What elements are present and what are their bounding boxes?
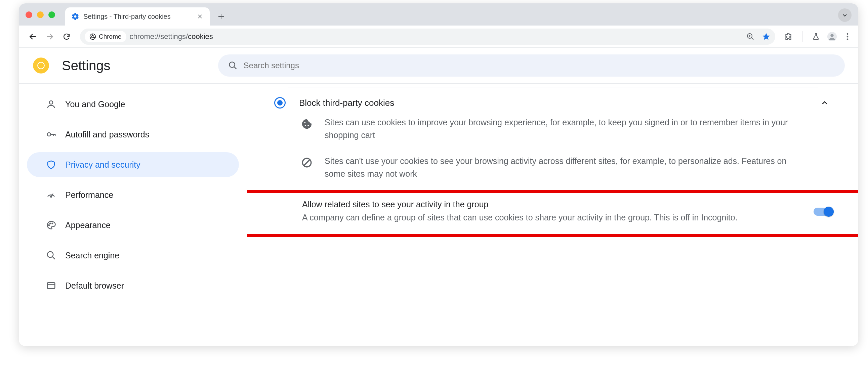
url-text: chrome://settings/cookies: [130, 32, 213, 41]
close-tab-button[interactable]: [196, 13, 204, 20]
back-button[interactable]: [26, 30, 40, 43]
svg-point-36: [48, 252, 54, 258]
sidebar-item-label: Search engine: [65, 251, 119, 260]
sidebar-item-label: Performance: [65, 190, 113, 200]
settings-search[interactable]: [218, 55, 845, 76]
sidebar-item-you-and-google[interactable]: You and Google: [27, 92, 239, 117]
extensions-icon[interactable]: [784, 32, 793, 41]
sidebar-item-label: Autofill and passwords: [65, 130, 149, 139]
minimize-window-button[interactable]: [37, 11, 44, 18]
sidebar-item-label: Default browser: [65, 281, 124, 291]
svg-point-18: [847, 33, 848, 35]
window-controls: [26, 11, 55, 18]
page-title: Settings: [62, 58, 111, 73]
new-tab-button[interactable]: [214, 9, 228, 24]
toggle-title: Allow related sites to see your activity…: [302, 199, 804, 209]
description-text: Sites can use cookies to improve your br…: [324, 116, 802, 141]
sidebar-item-performance[interactable]: Performance: [27, 183, 239, 207]
svg-point-40: [304, 122, 306, 123]
toolbar-divider: [802, 31, 803, 42]
shield-icon: [46, 159, 57, 170]
svg-line-10: [90, 37, 92, 38]
svg-point-41: [305, 125, 306, 126]
svg-marker-15: [763, 33, 770, 40]
settings-page: Settings You and Google: [19, 48, 858, 346]
svg-point-26: [50, 101, 53, 104]
radio-label: Block third-party cookies: [299, 98, 805, 108]
svg-point-7: [92, 35, 94, 38]
svg-point-19: [847, 36, 848, 37]
bookmark-star-icon[interactable]: [762, 32, 771, 41]
svg-line-9: [94, 37, 95, 38]
profile-avatar[interactable]: [827, 32, 837, 41]
browser-icon: [46, 280, 57, 291]
sidebar-item-privacy[interactable]: Privacy and security: [27, 152, 239, 177]
description-text: Sites can't use your cookies to see your…: [324, 155, 802, 180]
svg-rect-38: [48, 283, 55, 289]
fullscreen-window-button[interactable]: [49, 11, 55, 18]
tab-strip: Settings - Third-party cookies: [19, 3, 858, 26]
browser-window: Settings - Third-party cookies Chrome: [19, 3, 858, 346]
cookie-icon: [301, 118, 313, 130]
svg-point-33: [49, 225, 50, 226]
sidebar-item-search-engine[interactable]: Search engine: [27, 243, 239, 268]
address-bar[interactable]: Chrome chrome://settings/cookies: [80, 29, 775, 45]
svg-point-32: [51, 196, 52, 197]
palette-icon: [46, 220, 57, 230]
svg-point-35: [52, 223, 53, 224]
radio-selected-icon[interactable]: [274, 97, 286, 108]
separator: [288, 87, 818, 87]
key-icon: [46, 129, 57, 140]
svg-point-20: [847, 38, 848, 40]
svg-point-24: [229, 62, 235, 67]
zoom-icon[interactable]: [746, 33, 754, 41]
close-window-button[interactable]: [26, 11, 32, 18]
settings-search-input[interactable]: [244, 61, 835, 70]
kebab-menu-icon[interactable]: [844, 32, 851, 41]
svg-line-12: [751, 38, 753, 40]
sidebar-item-autofill[interactable]: Autofill and passwords: [27, 122, 239, 147]
related-sites-row: Allow related sites to see your activity…: [247, 190, 858, 237]
svg-line-44: [304, 160, 310, 166]
site-chip[interactable]: Chrome: [85, 31, 126, 42]
search-icon: [46, 250, 57, 261]
collapse-button[interactable]: [818, 96, 831, 109]
sidebar-item-label: Privacy and security: [65, 160, 141, 170]
labs-icon[interactable]: [812, 33, 820, 41]
related-sites-toggle[interactable]: [813, 207, 834, 217]
svg-point-34: [50, 223, 51, 224]
tab-title: Settings - Third-party cookies: [83, 13, 171, 21]
svg-point-27: [48, 133, 51, 136]
speedometer-icon: [46, 189, 57, 200]
chrome-logo-icon: [32, 57, 50, 74]
cookies-card: Block third-party cookies Sites can use …: [261, 87, 845, 237]
page-header: Settings: [19, 48, 858, 84]
browser-toolbar: Chrome chrome://settings/cookies: [19, 26, 858, 48]
browser-tab[interactable]: Settings - Third-party cookies: [65, 7, 210, 26]
search-icon: [228, 61, 238, 70]
sidebar-item-label: Appearance: [65, 220, 111, 230]
block-icon: [301, 157, 313, 169]
forward-button[interactable]: [43, 30, 57, 43]
page-body: You and Google Autofill and passwords Pr…: [19, 84, 858, 346]
gear-icon: [71, 12, 79, 21]
block-third-party-cookies-row[interactable]: Block third-party cookies: [261, 96, 845, 109]
cookie-block-row: Sites can't use your cookies to see your…: [261, 148, 845, 187]
svg-point-42: [308, 125, 309, 126]
sidebar-item-appearance[interactable]: Appearance: [27, 213, 239, 238]
sidebar-item-label: You and Google: [65, 99, 125, 109]
svg-line-37: [53, 257, 55, 259]
toggle-description: A company can define a group of sites th…: [302, 211, 746, 224]
chip-label: Chrome: [99, 33, 122, 40]
reload-button[interactable]: [60, 30, 73, 43]
svg-line-25: [234, 67, 236, 69]
cookie-benefit-row: Sites can use cookies to improve your br…: [261, 109, 845, 148]
person-icon: [46, 99, 57, 109]
svg-point-23: [38, 63, 44, 68]
tab-search-button[interactable]: [838, 8, 851, 22]
sidebar-item-default-browser[interactable]: Default browser: [27, 273, 239, 298]
content-area: Block third-party cookies Sites can use …: [247, 84, 858, 346]
svg-point-17: [830, 34, 833, 37]
sidebar: You and Google Autofill and passwords Pr…: [19, 84, 247, 346]
